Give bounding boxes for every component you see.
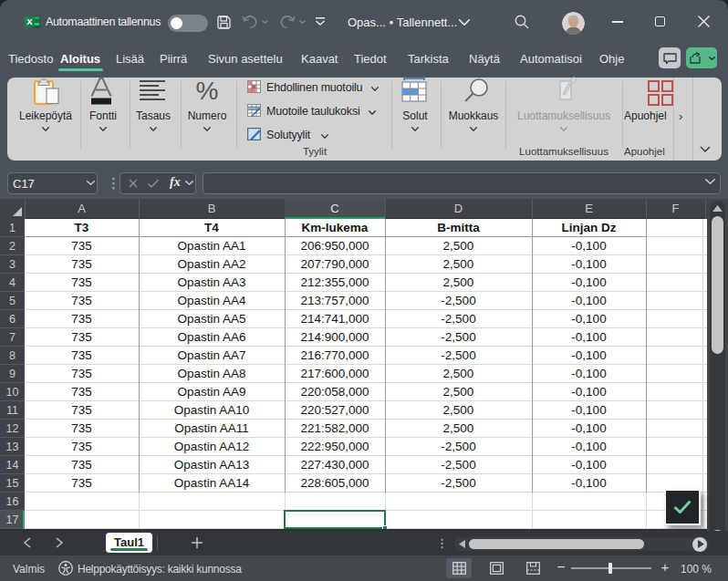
svg-text:X: X bbox=[26, 16, 33, 26]
